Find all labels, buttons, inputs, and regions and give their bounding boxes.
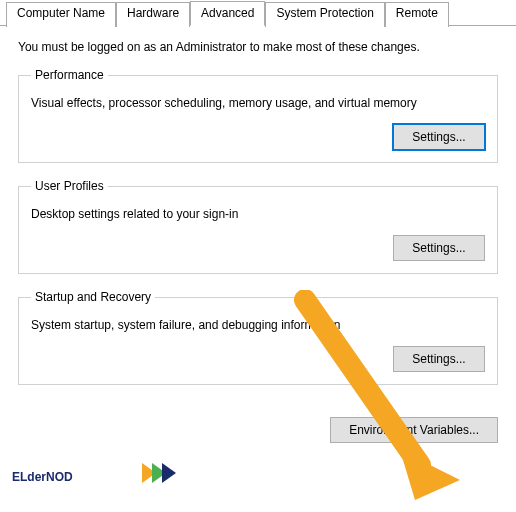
admin-notice: You must be logged on as an Administrato… xyxy=(18,40,498,54)
tab-remote[interactable]: Remote xyxy=(385,2,449,27)
user-profiles-settings-button[interactable]: Settings... xyxy=(393,235,485,261)
user-profiles-desc: Desktop settings related to your sign-in xyxy=(31,203,485,235)
performance-legend: Performance xyxy=(31,68,108,82)
tab-advanced[interactable]: Advanced xyxy=(190,1,265,26)
performance-settings-button[interactable]: Settings... xyxy=(393,124,485,150)
svg-text:ELderNOD: ELderNOD xyxy=(12,470,73,484)
logo-text-elder: ELder xyxy=(12,470,46,484)
svg-marker-2 xyxy=(400,450,460,500)
tab-hardware[interactable]: Hardware xyxy=(116,2,190,27)
tab-content-advanced: You must be logged on as an Administrato… xyxy=(0,26,516,415)
environment-variables-button[interactable]: Environment Variables... xyxy=(330,417,498,443)
tab-system-protection[interactable]: System Protection xyxy=(265,2,384,27)
logo-text-nod: NOD xyxy=(46,470,73,484)
user-profiles-group: User Profiles Desktop settings related t… xyxy=(18,179,498,274)
performance-desc: Visual effects, processor scheduling, me… xyxy=(31,92,485,124)
logo-triangle-navy-icon xyxy=(162,463,176,483)
performance-group: Performance Visual effects, processor sc… xyxy=(18,68,498,163)
startup-settings-button[interactable]: Settings... xyxy=(393,346,485,372)
eldernode-logo: ELderNOD xyxy=(12,455,177,494)
user-profiles-legend: User Profiles xyxy=(31,179,108,193)
tab-row: Computer Name Hardware Advanced System P… xyxy=(0,0,516,26)
startup-recovery-group: Startup and Recovery System startup, sys… xyxy=(18,290,498,385)
tab-computer-name[interactable]: Computer Name xyxy=(6,2,116,27)
startup-legend: Startup and Recovery xyxy=(31,290,155,304)
startup-desc: System startup, system failure, and debu… xyxy=(31,314,485,346)
